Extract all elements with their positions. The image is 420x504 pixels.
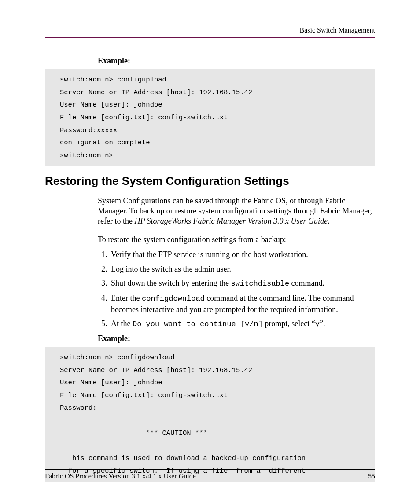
- step-1: Verify that the FTP service is running o…: [109, 249, 375, 260]
- step-5-y: y: [315, 320, 320, 328]
- page-content: Example: switch:admin> configupload Serv…: [45, 53, 375, 489]
- step-5-b: prompt, select “: [263, 319, 315, 328]
- para1-italic: HP StorageWorks Fabric Manager Version 3…: [134, 217, 327, 225]
- example1-label: Example:: [98, 56, 375, 66]
- footer-rule: [45, 469, 375, 470]
- step-3-b: command.: [289, 279, 324, 287]
- step-3-cmd: switchdisable: [231, 280, 289, 288]
- example2-label: Example:: [98, 334, 375, 343]
- section-para-2: To restore the system configuration sett…: [98, 235, 375, 245]
- step-3: Shut down the switch by entering the swi…: [109, 278, 375, 289]
- step-2: Log into the switch as the admin user.: [109, 264, 375, 274]
- footer-left: Fabric OS Procedures Version 3.1.x/4.1.x…: [45, 472, 196, 480]
- footer-page-number: 55: [368, 472, 375, 480]
- step-5-a: At the: [111, 319, 133, 328]
- example1-code-block: switch:admin> configupload Server Name o…: [45, 69, 375, 166]
- step-2-text: Log into the switch as the admin user.: [111, 265, 231, 273]
- page-footer: Fabric OS Procedures Version 3.1.x/4.1.x…: [45, 466, 375, 480]
- steps-list: Verify that the FTP service is running o…: [98, 249, 375, 330]
- section-para-1: System Configurations can be saved throu…: [98, 196, 375, 227]
- step-3-a: Shut down the switch by entering the: [111, 279, 231, 287]
- step-4-cmd: configdownload: [142, 294, 205, 303]
- page-header: Basic Switch Management: [45, 26, 375, 41]
- step-5-c: ”.: [320, 319, 325, 328]
- example2-code-block: switch:admin> configdownload Server Name…: [45, 347, 375, 482]
- step-5: At the Do you want to continue [y/n] pro…: [109, 318, 375, 330]
- step-5-cmd: Do you want to continue [y/n]: [133, 320, 263, 328]
- section-heading: Restoring the System Configuration Setti…: [45, 174, 375, 188]
- step-4: Enter the configdownload command at the …: [109, 293, 375, 315]
- header-rule: [45, 37, 375, 38]
- step-1-text: Verify that the FTP service is running o…: [111, 250, 308, 259]
- header-chapter-title: Basic Switch Management: [45, 26, 375, 34]
- step-4-a: Enter the: [111, 294, 142, 302]
- para1-text-b: .: [328, 217, 330, 225]
